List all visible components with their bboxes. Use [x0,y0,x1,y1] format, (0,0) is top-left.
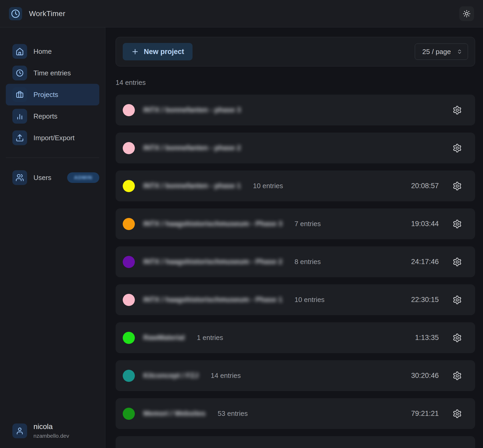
user-profile[interactable]: nicola nzambello.dev [6,422,99,439]
project-entries-count: 7 entries [294,220,321,228]
sidebar-item-time-entries[interactable]: Time entries [6,62,99,84]
sidebar-item-label: Import/Export [33,134,75,142]
gear-icon [452,181,462,191]
project-name: INTX / haagshistorischmuseum - Phase 3 [143,220,282,228]
project-entries-count: 14 entries [211,372,241,380]
sun-icon [463,10,471,18]
project-row-partial[interactable] [116,436,475,448]
project-entries-count: 10 entries [294,296,324,304]
app-logo [9,7,22,20]
bar-chart-icon [12,109,27,124]
new-project-label: New project [144,48,184,56]
sidebar-item-home[interactable]: Home [6,41,99,62]
project-time-total: 22:30:15 [411,296,439,304]
gear-icon [452,143,462,153]
project-row[interactable]: Memori / Websites 53 entries 79:21:21 [116,398,475,429]
project-color-dot [123,408,135,420]
entries-count: 14 entries [116,79,475,87]
project-color-dot [123,294,135,306]
top-bar: WorkTimer [0,0,483,27]
project-row[interactable]: RawMaterial 1 entries 1:13:35 [116,322,475,353]
gear-icon [452,371,462,381]
project-entries-count: 1 entries [197,334,223,342]
project-settings-button[interactable] [452,295,462,305]
project-row[interactable]: INTX / bonnefanten - phase 3 [116,95,475,125]
project-name: INTX / bonnefanten - phase 1 [143,182,241,190]
user-domain: nzambello.dev [33,433,69,439]
user-icon [12,423,27,438]
project-name: Memori / Websites [143,410,206,418]
project-color-dot [123,218,135,230]
project-time-total: 19:03:44 [411,220,439,228]
project-row[interactable]: INTX / bonnefanten - phase 1 10 entries … [116,171,475,201]
project-name: INTX / bonnefanten - phase 3 [143,106,241,114]
project-settings-button[interactable] [452,409,462,418]
project-time-total: 24:17:46 [411,258,439,266]
project-entries-count: 8 entries [294,258,321,266]
project-list: INTX / bonnefanten - phase 3 INTX / bonn… [116,95,475,429]
plus-icon [131,48,139,56]
project-settings-button[interactable] [452,219,462,229]
gear-icon [452,219,462,229]
project-time-total: 20:08:57 [411,182,439,190]
sidebar-item-reports[interactable]: Reports [6,105,99,127]
app-title: WorkTimer [29,9,65,18]
sidebar-item-label: Projects [33,91,58,99]
project-settings-button[interactable] [452,105,462,115]
sidebar-item-projects[interactable]: Projects [6,84,99,105]
project-color-dot [123,104,135,116]
project-name: INTX / bonnefanten - phase 2 [143,144,241,152]
project-row[interactable]: Kitconcept / FZJ 14 entries 30:20:46 [116,360,475,391]
project-entries-count: 10 entries [253,182,283,190]
project-name: RawMaterial [143,334,185,342]
project-row[interactable]: INTX / haagshistorischmuseum - Phase 2 8… [116,246,475,277]
sidebar-item-label: Users [33,174,51,182]
clock-icon [11,9,20,18]
project-row[interactable]: INTX / bonnefanten - phase 2 [116,133,475,163]
clock-icon [12,66,27,80]
project-row[interactable]: INTX / haagshistorischmuseum - Phase 1 1… [116,284,475,315]
project-time-total: 79:21:21 [411,410,439,418]
project-row[interactable]: INTX / haagshistorischmuseum - Phase 3 7… [116,208,475,239]
project-name: Kitconcept / FZJ [143,372,199,380]
page-size-value: 25 / page [422,48,451,56]
project-color-dot [123,370,135,382]
project-color-dot [123,180,135,192]
main-content: New project 25 / page 14 entries INTX / … [105,27,483,448]
sidebar-item-label: Reports [33,112,57,120]
project-settings-button[interactable] [452,181,462,191]
project-color-dot [123,256,135,268]
project-name: INTX / haagshistorischmuseum - Phase 1 [143,296,282,304]
briefcase-icon [12,87,27,102]
toolbar: New project 25 / page [116,37,475,66]
home-icon [12,44,27,59]
project-entries-count: 53 entries [218,410,248,418]
sidebar-item-label: Home [33,47,52,56]
admin-badge: ADMIN [67,172,99,183]
sidebar-nav: Home Time entries Projects Reports [0,41,105,149]
page-size-select[interactable]: 25 / page [415,43,468,60]
upload-icon [12,130,27,145]
gear-icon [452,295,462,305]
project-time-total: 1:13:35 [415,334,439,342]
project-settings-button[interactable] [452,333,462,343]
project-time-total: 30:20:46 [411,372,439,380]
project-color-dot [123,332,135,344]
sidebar-item-import-export[interactable]: Import/Export [6,127,99,149]
gear-icon [452,333,462,343]
chevron-up-down-icon [457,49,462,55]
project-settings-button[interactable] [452,371,462,381]
new-project-button[interactable]: New project [123,43,193,60]
users-icon [12,170,27,185]
project-settings-button[interactable] [452,257,462,267]
project-settings-button[interactable] [452,143,462,153]
sidebar-divider [6,158,99,158]
gear-icon [452,409,462,418]
sidebar-item-users[interactable]: Users ADMIN [6,167,99,188]
user-name: nicola [33,422,69,431]
theme-toggle-button[interactable] [459,6,474,21]
sidebar-item-label: Time entries [33,69,71,77]
project-name: INTX / haagshistorischmuseum - Phase 2 [143,258,282,266]
admin-badge-label: ADMIN [74,175,92,180]
gear-icon [452,105,462,115]
